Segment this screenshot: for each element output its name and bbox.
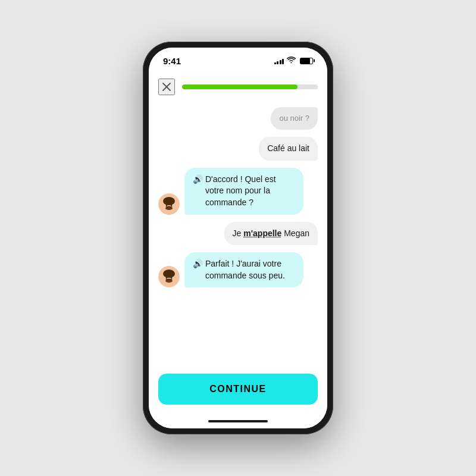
top-bar: [149, 74, 327, 100]
phone-frame: 9:41: [143, 42, 333, 434]
status-icons: [274, 57, 314, 65]
close-button[interactable]: [158, 79, 175, 95]
svg-point-5: [166, 204, 168, 206]
bubble-partial-right: ou noir ?: [271, 107, 318, 130]
svg-point-12: [166, 277, 168, 279]
bubble-cafe: Café au lait: [259, 137, 318, 161]
list-item: 🔊 Parfait ! J'aurai votre commande sous …: [158, 252, 318, 287]
list-item: 🔊 D'accord ! Quel est votre nom pour la …: [158, 168, 318, 215]
avatar: [158, 193, 180, 215]
avatar: [158, 266, 180, 287]
speaker-icon: 🔊: [193, 174, 203, 186]
home-indicator-bar: [208, 420, 268, 422]
status-time: 9:41: [163, 56, 181, 66]
progress-bar: [182, 84, 318, 89]
home-indicator: [149, 414, 327, 428]
bottom-area: CONTINUE: [149, 364, 327, 414]
list-item: ou noir ?: [158, 107, 318, 130]
svg-point-6: [171, 204, 173, 206]
battery-icon: [300, 58, 313, 64]
wifi-icon: [287, 57, 296, 65]
bubble-daccord: 🔊 D'accord ! Quel est votre nom pour la …: [184, 168, 303, 215]
speaker-icon-2: 🔊: [193, 258, 203, 270]
svg-point-4: [163, 197, 175, 205]
bubble-name: Je m'appelle Megan: [224, 222, 318, 246]
phone-screen: 9:41: [149, 48, 327, 428]
bubble-parfait: 🔊 Parfait ! J'aurai votre commande sous …: [184, 252, 303, 287]
list-item: Je m'appelle Megan: [158, 222, 318, 246]
signal-icon: [274, 58, 284, 64]
svg-point-13: [171, 277, 173, 279]
continue-button[interactable]: CONTINUE: [158, 374, 318, 405]
list-item: Café au lait: [158, 137, 318, 161]
svg-point-11: [163, 270, 175, 278]
status-bar: 9:41: [149, 48, 327, 74]
progress-bar-fill: [182, 84, 298, 89]
chat-area: ou noir ? Café au lait: [149, 100, 327, 364]
